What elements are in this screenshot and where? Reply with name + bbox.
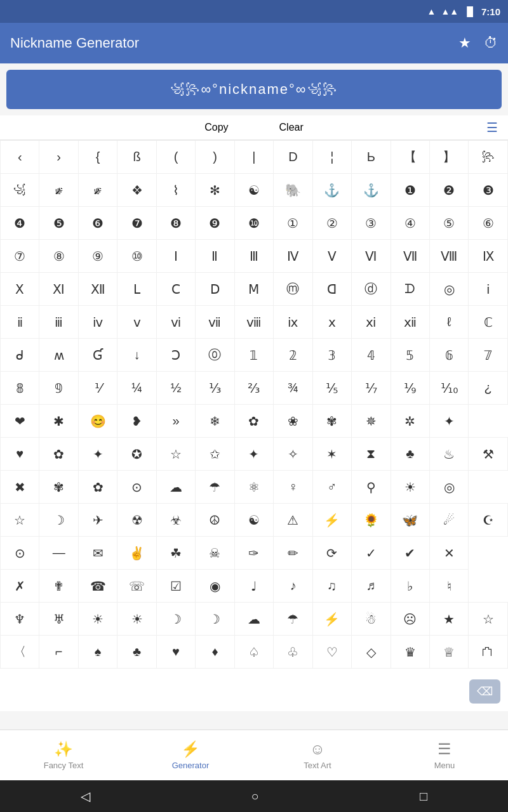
symbol-cell[interactable]: ☆	[1, 504, 39, 537]
symbol-cell[interactable]: ⅳ	[78, 306, 117, 339]
back-button[interactable]: ◁	[81, 789, 90, 804]
symbol-cell[interactable]: ☀	[78, 603, 117, 636]
symbol-cell[interactable]: ⚒	[469, 438, 508, 471]
symbol-cell[interactable]: Ⅽ	[156, 273, 195, 306]
symbol-cell[interactable]: ⅟	[78, 372, 117, 405]
symbol-cell[interactable]: ☆	[469, 603, 508, 636]
symbol-cell[interactable]: ⅻ	[391, 306, 429, 339]
symbol-cell[interactable]: ⑤	[429, 207, 468, 240]
symbol-cell[interactable]: ⅴ	[117, 306, 156, 339]
symbol-cell[interactable]: ♦	[196, 636, 234, 669]
symbol-cell[interactable]: ß	[117, 141, 156, 174]
symbol-cell[interactable]: ✦	[429, 405, 468, 438]
symbol-cell[interactable]: ☀	[117, 603, 156, 636]
symbol-cell[interactable]: ✖	[1, 471, 39, 504]
backspace-button[interactable]: ⌫	[469, 679, 500, 704]
symbol-cell[interactable]: ✿	[234, 405, 273, 438]
symbol-cell[interactable]: ½	[156, 372, 195, 405]
symbol-cell[interactable]: Ⅶ	[391, 240, 429, 273]
symbol-cell[interactable]: ④	[391, 207, 429, 240]
symbol-cell[interactable]: ✿	[78, 471, 117, 504]
symbol-cell[interactable]: ⚛	[234, 471, 273, 504]
symbol-cell[interactable]: ☘	[156, 537, 195, 570]
symbol-cell[interactable]: ✵	[352, 405, 391, 438]
symbol-cell[interactable]: ꧁	[1, 174, 39, 207]
symbol-cell[interactable]: Ⅾ	[196, 273, 234, 306]
symbol-cell[interactable]: ☽	[39, 504, 78, 537]
symbol-cell[interactable]: ✕	[429, 537, 468, 570]
symbol-cell[interactable]: 😊	[78, 405, 117, 438]
symbol-cell[interactable]: ♛	[391, 636, 429, 669]
symbol-cell[interactable]: ✦	[234, 438, 273, 471]
nav-generator[interactable]: ⚡ Generator	[127, 735, 254, 775]
symbol-cell[interactable]: ⟳	[312, 537, 351, 570]
symbol-cell[interactable]: ⚠	[274, 504, 312, 537]
symbol-cell[interactable]: ⚡	[312, 603, 351, 636]
symbol-cell[interactable]: 𝟚	[274, 339, 312, 372]
symbol-cell[interactable]: ✟	[39, 570, 78, 603]
symbol-cell[interactable]: ⓪	[196, 339, 234, 372]
symbol-cell[interactable]: ↓	[117, 339, 156, 372]
symbol-cell[interactable]: 𝟝	[391, 339, 429, 372]
symbol-cell[interactable]: ❼	[117, 207, 156, 240]
symbol-cell[interactable]: ⅒	[429, 372, 468, 405]
symbol-cell[interactable]: ☁	[156, 471, 195, 504]
symbol-cell[interactable]: ✲	[391, 405, 429, 438]
symbol-cell[interactable]: ✾	[312, 405, 351, 438]
symbol-cell[interactable]: ♩	[234, 570, 273, 603]
symbol-cell[interactable]: Ⅿ	[234, 273, 273, 306]
symbol-cell[interactable]: Ɠ	[78, 339, 117, 372]
symbol-cell[interactable]: ☂	[196, 471, 234, 504]
symbol-cell[interactable]: ☎	[78, 570, 117, 603]
symbol-cell[interactable]: ⸙	[78, 174, 117, 207]
symbol-cell[interactable]: ‹	[1, 141, 39, 174]
symbol-cell[interactable]: ◇	[352, 636, 391, 669]
symbol-cell[interactable]: ✧	[274, 438, 312, 471]
copy-button[interactable]: Copy	[204, 122, 228, 133]
symbol-cell[interactable]: ᑯ	[1, 339, 39, 372]
symbol-cell[interactable]: ⑥	[469, 207, 508, 240]
nav-text-art[interactable]: ☺ Text Art	[254, 735, 381, 775]
symbol-cell[interactable]: Ↄ	[156, 339, 195, 372]
symbol-cell[interactable]: ◎	[429, 471, 468, 504]
symbol-cell[interactable]: ☆	[156, 438, 195, 471]
symbol-cell[interactable]: ❺	[39, 207, 78, 240]
symbol-cell[interactable]: ¦	[312, 141, 351, 174]
symbol-cell[interactable]: ☪	[469, 504, 508, 537]
symbol-cell[interactable]: ☣	[156, 504, 195, 537]
symbol-cell[interactable]: ⑦	[1, 240, 39, 273]
symbol-cell[interactable]: ☯	[234, 174, 273, 207]
symbol-cell[interactable]: ⅑	[391, 372, 429, 405]
symbol-cell[interactable]: 【	[391, 141, 429, 174]
symbol-cell[interactable]: ⚡	[312, 504, 351, 537]
symbol-cell[interactable]: —	[39, 537, 78, 570]
symbol-cell[interactable]: ⅰ	[469, 273, 508, 306]
symbol-cell[interactable]: ⅕	[312, 372, 351, 405]
symbol-cell[interactable]: ✗	[1, 570, 39, 603]
symbol-cell[interactable]: ☁	[234, 603, 273, 636]
symbol-cell[interactable]: ⑩	[117, 240, 156, 273]
symbol-cell[interactable]: 🦋	[391, 504, 429, 537]
history-icon[interactable]: ⏱	[484, 35, 498, 51]
symbol-cell[interactable]: ✈	[78, 504, 117, 537]
symbol-cell[interactable]: ℂ	[469, 306, 508, 339]
symbol-cell[interactable]: ❥	[117, 405, 156, 438]
symbol-cell[interactable]: ❶	[391, 174, 429, 207]
symbol-cell[interactable]: ❖	[117, 174, 156, 207]
symbol-cell[interactable]: ᗪ	[391, 273, 429, 306]
nav-menu[interactable]: ☰ Menu	[381, 735, 508, 775]
symbol-cell[interactable]: ❽	[156, 207, 195, 240]
symbol-cell[interactable]: ⅔	[234, 372, 273, 405]
symbol-cell[interactable]: ❾	[196, 207, 234, 240]
symbol-cell[interactable]: ♅	[39, 603, 78, 636]
symbol-cell[interactable]: ◉	[196, 570, 234, 603]
symbol-cell[interactable]: ♕	[429, 636, 468, 669]
symbol-cell[interactable]: ♣	[117, 636, 156, 669]
symbol-cell[interactable]: ⚓	[352, 174, 391, 207]
symbol-cell[interactable]: Ь	[352, 141, 391, 174]
symbol-cell[interactable]: Ⅸ	[469, 240, 508, 273]
symbol-cell[interactable]: ☮	[196, 504, 234, 537]
symbol-cell[interactable]: ☑	[156, 570, 195, 603]
symbol-cell[interactable]: |	[234, 141, 273, 174]
symbol-cell[interactable]: 𝟠	[1, 372, 39, 405]
